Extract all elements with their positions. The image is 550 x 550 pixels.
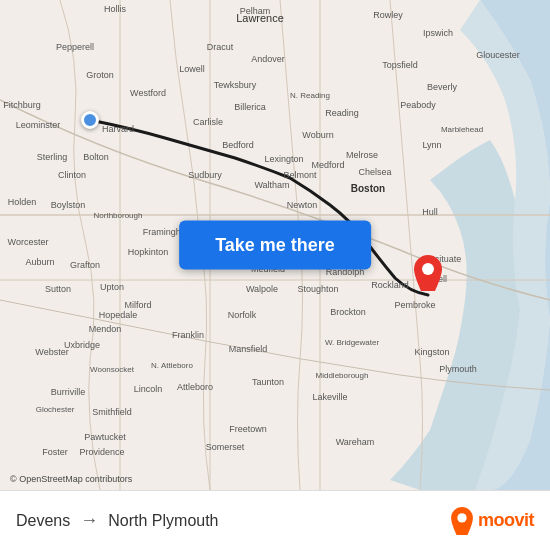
svg-text:Pembroke: Pembroke xyxy=(394,300,435,310)
svg-text:Gloucester: Gloucester xyxy=(476,50,520,60)
svg-text:Carlisle: Carlisle xyxy=(193,117,223,127)
svg-text:Worcester: Worcester xyxy=(8,237,49,247)
svg-text:Groton: Groton xyxy=(86,70,114,80)
svg-text:Boston: Boston xyxy=(351,183,385,194)
svg-text:Bedford: Bedford xyxy=(222,140,254,150)
svg-text:Woonsocket: Woonsocket xyxy=(90,365,135,374)
route-info: Devens → North Plymouth xyxy=(16,510,219,531)
svg-text:Lakeville: Lakeville xyxy=(312,392,347,402)
svg-text:Andover: Andover xyxy=(251,54,285,64)
svg-text:Billerica: Billerica xyxy=(234,102,266,112)
moovit-pin-icon xyxy=(450,507,474,535)
svg-text:Somerset: Somerset xyxy=(206,442,245,452)
svg-text:Chelsea: Chelsea xyxy=(358,167,391,177)
svg-text:Woburn: Woburn xyxy=(302,130,333,140)
destination-label: North Plymouth xyxy=(108,512,218,530)
svg-text:Medford: Medford xyxy=(311,160,344,170)
svg-text:Pawtucket: Pawtucket xyxy=(84,432,126,442)
svg-text:Reading: Reading xyxy=(325,108,359,118)
svg-text:Ipswich: Ipswich xyxy=(423,28,453,38)
take-me-there-button[interactable]: Take me there xyxy=(179,221,371,270)
svg-text:W. Bridgewater: W. Bridgewater xyxy=(325,338,380,347)
svg-text:Northborough: Northborough xyxy=(94,211,143,220)
moovit-text: moovit xyxy=(478,510,534,531)
svg-text:Waltham: Waltham xyxy=(254,180,289,190)
svg-text:Franklin: Franklin xyxy=(172,330,204,340)
svg-text:Providence: Providence xyxy=(79,447,124,457)
svg-text:Peabody: Peabody xyxy=(400,100,436,110)
map-container: Lawrence Rowley Ipswich Gloucester Holli… xyxy=(0,0,550,490)
svg-text:Mansfield: Mansfield xyxy=(229,344,268,354)
svg-text:Clinton: Clinton xyxy=(58,170,86,180)
svg-text:Marblehead: Marblehead xyxy=(441,125,483,134)
svg-text:Rowley: Rowley xyxy=(373,10,403,20)
svg-text:Pelham: Pelham xyxy=(240,6,271,16)
svg-text:Boylston: Boylston xyxy=(51,200,86,210)
svg-text:Hull: Hull xyxy=(422,207,438,217)
svg-text:Wareham: Wareham xyxy=(336,437,375,447)
svg-text:Walpole: Walpole xyxy=(246,284,278,294)
arrow-icon: → xyxy=(80,510,98,531)
footer: Devens → North Plymouth moovit xyxy=(0,490,550,550)
svg-text:Taunton: Taunton xyxy=(252,377,284,387)
svg-text:Hopkinton: Hopkinton xyxy=(128,247,169,257)
svg-text:Glochester: Glochester xyxy=(36,405,75,414)
svg-text:Holden: Holden xyxy=(8,197,37,207)
svg-text:Topsfield: Topsfield xyxy=(382,60,418,70)
svg-text:Fitchburg: Fitchburg xyxy=(3,100,41,110)
svg-text:Hollis: Hollis xyxy=(104,4,127,14)
svg-text:Auburn: Auburn xyxy=(25,257,54,267)
svg-text:Sudbury: Sudbury xyxy=(188,170,222,180)
svg-text:Tewksbury: Tewksbury xyxy=(214,80,257,90)
svg-text:Mendon: Mendon xyxy=(89,324,122,334)
svg-text:Plymouth: Plymouth xyxy=(439,364,477,374)
svg-text:Lincoln: Lincoln xyxy=(134,384,163,394)
svg-text:Brockton: Brockton xyxy=(330,307,366,317)
svg-text:Norfolk: Norfolk xyxy=(228,310,257,320)
svg-text:Leominster: Leominster xyxy=(16,120,61,130)
svg-text:Pepperell: Pepperell xyxy=(56,42,94,52)
svg-text:N. Attleboro: N. Attleboro xyxy=(151,361,193,370)
svg-text:Stoughton: Stoughton xyxy=(297,284,338,294)
svg-text:Sutton: Sutton xyxy=(45,284,71,294)
svg-text:Hopedale: Hopedale xyxy=(99,310,138,320)
svg-text:© OpenStreetMap contributors: © OpenStreetMap contributors xyxy=(10,474,133,484)
origin-label: Devens xyxy=(16,512,70,530)
svg-text:Beverly: Beverly xyxy=(427,82,458,92)
moovit-logo[interactable]: moovit xyxy=(450,507,534,535)
svg-text:N. Reading: N. Reading xyxy=(290,91,330,100)
svg-text:Rockland: Rockland xyxy=(371,280,409,290)
svg-text:Bolton: Bolton xyxy=(83,152,109,162)
svg-text:Lynn: Lynn xyxy=(422,140,441,150)
svg-text:Harvard: Harvard xyxy=(102,124,134,134)
svg-text:Melrose: Melrose xyxy=(346,150,378,160)
svg-text:Grafton: Grafton xyxy=(70,260,100,270)
svg-text:Lexington: Lexington xyxy=(264,154,303,164)
svg-text:Burriville: Burriville xyxy=(51,387,86,397)
svg-point-96 xyxy=(457,513,466,522)
svg-text:Milford: Milford xyxy=(124,300,151,310)
svg-text:Kingston: Kingston xyxy=(414,347,449,357)
svg-text:Uxbridge: Uxbridge xyxy=(64,340,100,350)
origin-marker xyxy=(81,111,99,129)
svg-text:Dracut: Dracut xyxy=(207,42,234,52)
svg-text:Attleboro: Attleboro xyxy=(177,382,213,392)
svg-text:Freetown: Freetown xyxy=(229,424,267,434)
svg-text:Lowell: Lowell xyxy=(179,64,205,74)
svg-text:Belmont: Belmont xyxy=(283,170,317,180)
svg-text:Foster: Foster xyxy=(42,447,68,457)
svg-text:Westford: Westford xyxy=(130,88,166,98)
svg-text:Smithfield: Smithfield xyxy=(92,407,132,417)
destination-marker xyxy=(414,255,442,295)
svg-text:Upton: Upton xyxy=(100,282,124,292)
svg-text:Sterling: Sterling xyxy=(37,152,68,162)
svg-text:Newton: Newton xyxy=(287,200,318,210)
svg-text:Middleborough: Middleborough xyxy=(316,371,369,380)
svg-point-95 xyxy=(422,263,434,275)
